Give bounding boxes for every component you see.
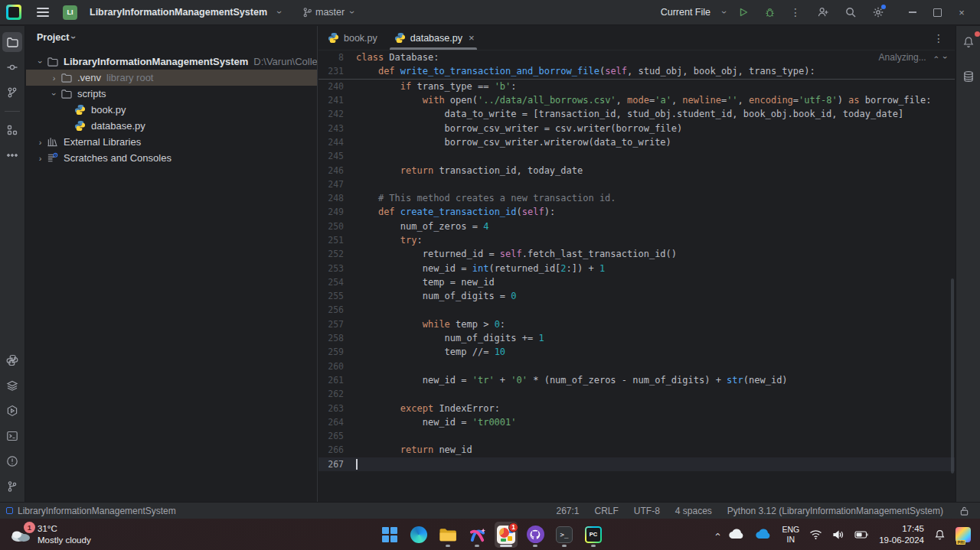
statusbar-item-2[interactable]: UTF-8 (634, 506, 660, 516)
tree-item-book-py[interactable]: book.py (26, 102, 317, 118)
lock-icon[interactable] (956, 503, 972, 519)
terminal-toolwindow-icon[interactable] (2, 426, 22, 446)
line-number[interactable]: 261 (318, 375, 344, 386)
statusbar-item-1[interactable]: CRLF (594, 506, 618, 516)
code-line-255[interactable]: 255 num_of_digits = 0 (318, 289, 955, 303)
code-line-246[interactable]: 246 return transaction_id, today_date (318, 163, 955, 177)
services-toolwindow-icon[interactable] (2, 376, 22, 395)
taskbar-start-icon[interactable] (378, 522, 401, 548)
code-line-252[interactable]: 252 returned_id = self.fetch_last_transa… (318, 247, 955, 261)
tree-item-external-libraries[interactable]: ›External Libraries (26, 134, 317, 150)
line-number[interactable]: 242 (318, 109, 344, 119)
code-with-me-icon[interactable] (815, 4, 831, 21)
code-line-247[interactable]: 247 (318, 177, 955, 191)
window-minimize-button[interactable] (902, 3, 923, 21)
next-problem-icon[interactable]: › (941, 56, 950, 59)
tree-item-libraryinformationmanagementsystem[interactable]: ›LibraryInformationManagementSystemD:\Va… (26, 54, 317, 70)
git-branch-widget[interactable]: master › (302, 7, 354, 18)
line-number[interactable]: 247 (318, 179, 344, 190)
commit-toolwindow-icon[interactable] (2, 57, 22, 77)
line-number[interactable]: 254 (318, 277, 344, 288)
line-number[interactable]: 248 (318, 193, 344, 203)
tree-item-scratches-and-consoles[interactable]: ›Scratches and Consoles (26, 150, 317, 166)
line-number[interactable]: 243 (318, 123, 344, 134)
tree-item-database-py[interactable]: database.py (26, 118, 317, 134)
tab-database-py[interactable]: database.py× (385, 26, 482, 50)
onedrive-personal-icon[interactable] (728, 529, 745, 540)
line-number[interactable]: 246 (318, 165, 344, 176)
line-number[interactable]: 250 (318, 221, 344, 232)
code-line-249[interactable]: 249 def create_transaction_id(self): (318, 205, 955, 219)
onedrive-icon[interactable] (755, 529, 772, 540)
line-number[interactable]: 255 (318, 291, 344, 301)
chevron-right-icon[interactable]: › (34, 154, 47, 163)
line-number[interactable]: 266 (318, 444, 344, 455)
statusbar-item-3[interactable]: 4 spaces (675, 506, 712, 516)
line-number[interactable]: 245 (318, 151, 344, 161)
taskbar-github-icon[interactable] (524, 522, 547, 548)
chevron-down-icon[interactable]: › (275, 11, 284, 14)
line-number[interactable]: 252 (318, 249, 344, 259)
weather-widget[interactable]: 1 31°C Mostly cloudy (0, 523, 191, 545)
tab-close-icon[interactable]: × (469, 32, 475, 44)
tray-expand-icon[interactable]: › (711, 532, 723, 535)
code-line-253[interactable]: 253 new_id = int(returned_id[2:]) + 1 (318, 261, 955, 275)
project-panel-header[interactable]: Project › (26, 26, 317, 49)
project-toolwindow-icon[interactable] (2, 32, 22, 52)
line-number[interactable]: 257 (318, 319, 344, 330)
more-actions-icon[interactable]: ⋮ (787, 4, 804, 21)
run-config-selector[interactable]: Current File (661, 7, 710, 18)
code-line-267[interactable]: 267 (318, 457, 955, 471)
database-toolwindow-icon[interactable] (959, 67, 978, 86)
tab-book-py[interactable]: book.py (318, 26, 385, 50)
tree-item-scripts[interactable]: ›scripts (26, 86, 317, 102)
line-number[interactable]: 231 (318, 66, 344, 76)
tab-options-icon[interactable]: ⋮ (930, 30, 947, 47)
code-line-243[interactable]: 243 borrow_csv_writer = csv.writer(borro… (318, 121, 955, 135)
line-number[interactable]: 267 (318, 459, 344, 470)
volume-icon[interactable] (832, 529, 844, 540)
search-everywhere-icon[interactable] (842, 4, 859, 21)
taskbar-ribbon-app-icon[interactable] (466, 522, 488, 548)
code-line-258[interactable]: 258 num_of_digits += 1 (318, 331, 955, 345)
line-number[interactable]: 8 (318, 52, 344, 63)
chevron-down-icon[interactable]: › (720, 11, 729, 14)
code-line-263[interactable]: 263 except IndexError: (318, 401, 955, 415)
code-line-248[interactable]: 248 # This method creates a new transact… (318, 191, 955, 205)
line-number[interactable]: 244 (318, 137, 344, 148)
line-number[interactable]: 264 (318, 417, 344, 428)
run-button[interactable] (735, 4, 752, 21)
code-line-231[interactable]: 231 def write_to_transaction_and_borrow_… (318, 64, 955, 78)
code-line-261[interactable]: 261 new_id = 'tr' + '0' * (num_of_zeros … (318, 373, 955, 387)
line-number[interactable]: 262 (318, 389, 344, 399)
code-line-244[interactable]: 244 borrow_csv_writer.writerow(data_to_w… (318, 135, 955, 149)
editor-scrollbar[interactable] (951, 278, 954, 474)
window-maximize-button[interactable] (926, 3, 948, 21)
code-line-259[interactable]: 259 temp //= 10 (318, 345, 955, 359)
code-line-265[interactable]: 265 (318, 429, 955, 443)
code-line-257[interactable]: 257 while temp > 0: (318, 317, 955, 331)
run-toolwindow-icon[interactable] (2, 401, 22, 421)
taskbar-pycharm-icon[interactable]: PC (582, 522, 605, 548)
version-control-icon[interactable] (2, 477, 22, 496)
line-number[interactable]: 253 (318, 263, 344, 274)
main-menu-icon[interactable] (37, 8, 49, 17)
notifications-bell-icon[interactable] (959, 32, 978, 52)
code-line-264[interactable]: 264 new_id = 'tr0001' (318, 415, 955, 429)
tray-notifications-icon[interactable] (934, 529, 946, 541)
taskbar-colorful-app-icon[interactable]: 1 (495, 522, 518, 548)
taskbar-edge-icon[interactable] (407, 522, 430, 548)
code-editor[interactable]: 240 if trans_type == 'b':241 with open('… (318, 80, 955, 471)
code-line-266[interactable]: 266 return new_id (318, 443, 955, 457)
code-line-242[interactable]: 242 data_to_write = [transaction_id, stu… (318, 107, 955, 121)
code-line-254[interactable]: 254 temp = new_id (318, 275, 955, 289)
line-number[interactable]: 249 (318, 207, 344, 217)
chevron-down-icon[interactable]: › (50, 87, 59, 100)
code-line-262[interactable]: 262 (318, 387, 955, 401)
line-number[interactable]: 258 (318, 333, 344, 343)
code-line-256[interactable]: 256 (318, 303, 955, 317)
code-line-240[interactable]: 240 if trans_type == 'b': (318, 80, 955, 93)
code-line-250[interactable]: 250 num_of_zeros = 4 (318, 220, 955, 233)
statusbar-item-0[interactable]: 267:1 (556, 506, 579, 516)
line-number[interactable]: 256 (318, 304, 344, 315)
